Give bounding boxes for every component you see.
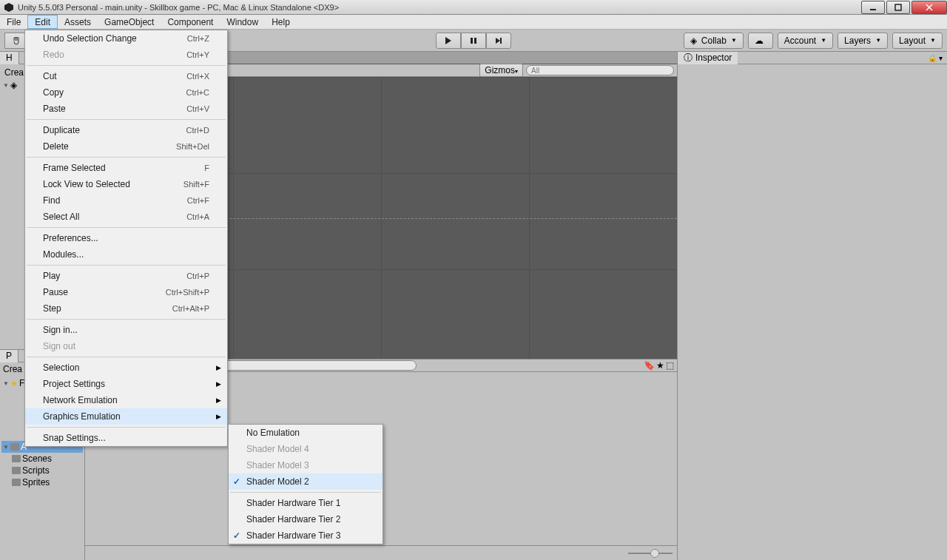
menu-window[interactable]: Window xyxy=(220,15,265,29)
edit-menu-dropdown: Undo Selection ChangeCtrl+ZRedoCtrl+YCut… xyxy=(24,30,228,447)
minimize-button[interactable] xyxy=(861,1,885,14)
window-title: Unity 5.5.0f3 Personal - main.unity - Sk… xyxy=(18,3,860,12)
graphics-emulation-submenu: No EmulationShader Model 4Shader Model 3… xyxy=(228,424,383,544)
project-footer xyxy=(85,545,677,560)
cloud-icon: ☁ xyxy=(755,36,764,46)
menu-item-sign-in-[interactable]: Sign in... xyxy=(25,322,227,338)
submenu-item-shader-hardware-tier-3[interactable]: ✓Shader Hardware Tier 3 xyxy=(229,527,382,544)
folder-icon xyxy=(10,443,19,451)
folder-sprites[interactable]: Sprites xyxy=(1,476,83,488)
menu-component[interactable]: Component xyxy=(161,15,220,29)
play-button[interactable] xyxy=(436,33,461,49)
submenu-arrow-icon: ▶ xyxy=(216,364,221,371)
layers-dropdown[interactable]: Layers▼ xyxy=(838,33,888,49)
svg-marker-0 xyxy=(4,3,13,12)
folder-scripts[interactable]: Scripts xyxy=(1,465,83,476)
menu-item-graphics-emulation[interactable]: Graphics Emulation▶ xyxy=(25,408,227,425)
submenu-arrow-icon: ▶ xyxy=(216,397,221,404)
submenu-item-shader-model-4: Shader Model 4 xyxy=(229,441,382,457)
menu-file[interactable]: File xyxy=(0,15,27,29)
check-icon: ✓ xyxy=(233,476,240,487)
menu-item-duplicate[interactable]: DuplicateCtrl+D xyxy=(25,122,227,138)
folder-icon xyxy=(12,467,21,474)
maximize-button[interactable] xyxy=(886,1,910,14)
menu-edit[interactable]: Edit xyxy=(27,15,58,29)
menu-item-cut[interactable]: CutCtrl+X xyxy=(25,68,227,84)
menu-gameobject[interactable]: GameObject xyxy=(98,15,161,29)
play-controls xyxy=(436,33,511,49)
save-search[interactable]: ⬚ xyxy=(666,360,674,371)
menu-assets[interactable]: Assets xyxy=(58,15,98,29)
submenu-item-shader-hardware-tier-2[interactable]: Shader Hardware Tier 2 xyxy=(229,511,382,527)
submenu-arrow-icon: ▶ xyxy=(216,413,221,420)
svg-marker-8 xyxy=(496,38,500,44)
menu-item-undo-selection-change[interactable]: Undo Selection ChangeCtrl+Z xyxy=(25,30,227,47)
filter-by-label[interactable]: 🔖 xyxy=(644,360,655,371)
menu-item-sign-out: Sign out xyxy=(25,338,227,354)
submenu-item-shader-model-3: Shader Model 3 xyxy=(229,457,382,473)
collab-dropdown[interactable]: ◈Collab▼ xyxy=(684,33,744,49)
account-dropdown[interactable]: Account▼ xyxy=(778,33,833,49)
tab-inspector[interactable]: ⓘInspector xyxy=(678,52,738,64)
menu-item-pause[interactable]: PauseCtrl+Shift+P xyxy=(25,284,227,300)
folder-scenes[interactable]: Scenes xyxy=(1,453,83,465)
unity-logo-icon xyxy=(3,1,15,13)
menu-item-selection[interactable]: Selection▶ xyxy=(25,360,227,376)
check-icon: ✓ xyxy=(233,530,240,541)
foldout-icon: ▼ xyxy=(3,82,9,89)
thumbnail-size-slider[interactable] xyxy=(628,553,673,554)
menu-item-frame-selected[interactable]: Frame SelectedF xyxy=(25,160,227,176)
chevron-down-icon: ▼ xyxy=(731,37,737,44)
menu-item-play[interactable]: PlayCtrl+P xyxy=(25,268,227,284)
svg-rect-2 xyxy=(895,4,901,10)
menu-item-step[interactable]: StepCtrl+Alt+P xyxy=(25,300,227,317)
pause-button[interactable] xyxy=(461,33,486,49)
menu-item-project-settings[interactable]: Project Settings▶ xyxy=(25,376,227,392)
folder-icon xyxy=(12,479,21,486)
inspector-lock[interactable]: 🔒 ▾ xyxy=(923,54,947,62)
cloud-button[interactable]: ☁ xyxy=(748,33,773,49)
svg-marker-5 xyxy=(445,37,451,44)
menu-item-paste[interactable]: PasteCtrl+V xyxy=(25,101,227,117)
menu-item-snap-settings-[interactable]: Snap Settings... xyxy=(25,430,227,446)
inspector-panel: ⓘInspector 🔒 ▾ xyxy=(677,52,947,560)
submenu-arrow-icon: ▶ xyxy=(216,380,221,388)
menu-item-find[interactable]: FindCtrl+F xyxy=(25,192,227,209)
menu-item-delete[interactable]: DeleteShift+Del xyxy=(25,138,227,155)
layout-dropdown[interactable]: Layout▼ xyxy=(892,33,943,49)
svg-rect-9 xyxy=(500,38,502,44)
menu-help[interactable]: Help xyxy=(265,15,297,29)
step-button[interactable] xyxy=(486,33,511,49)
menu-item-lock-view-to-selected[interactable]: Lock View to SelectedShift+F xyxy=(25,176,227,192)
foldout-icon: ▼ xyxy=(3,444,9,451)
unity-icon: ◈ xyxy=(10,80,17,90)
menu-item-redo: RedoCtrl+Y xyxy=(25,47,227,63)
menu-item-network-emulation[interactable]: Network Emulation▶ xyxy=(25,392,227,408)
collab-icon: ◈ xyxy=(690,36,697,46)
menubar: File Edit Assets GameObject Component Wi… xyxy=(0,15,947,30)
window-titlebar: Unity 5.5.0f3 Personal - main.unity - Sk… xyxy=(0,0,947,15)
folder-icon xyxy=(12,455,21,462)
svg-rect-6 xyxy=(471,38,473,44)
menu-item-select-all[interactable]: Select AllCtrl+A xyxy=(25,209,227,225)
menu-item-copy[interactable]: CopyCtrl+C xyxy=(25,84,227,101)
scene-search[interactable] xyxy=(526,65,674,75)
submenu-item-no-emulation[interactable]: No Emulation xyxy=(229,425,382,441)
menu-item-preferences-[interactable]: Preferences... xyxy=(25,230,227,246)
filter-by-type[interactable]: ★ xyxy=(656,360,664,371)
star-icon: ★ xyxy=(10,379,18,388)
chevron-down-icon: ▼ xyxy=(930,37,936,44)
svg-rect-7 xyxy=(474,38,476,44)
submenu-item-shader-model-2[interactable]: ✓Shader Model 2 xyxy=(229,473,382,490)
chevron-down-icon: ▼ xyxy=(820,37,826,44)
inspector-icon: ⓘ xyxy=(684,52,692,64)
gizmos-dropdown[interactable]: Gizmos▾ xyxy=(479,64,523,77)
project-search[interactable] xyxy=(202,360,417,371)
menu-item-modules-[interactable]: Modules... xyxy=(25,246,227,263)
foldout-icon: ▼ xyxy=(3,380,9,387)
close-button[interactable] xyxy=(911,1,947,14)
submenu-item-shader-hardware-tier-1[interactable]: Shader Hardware Tier 1 xyxy=(229,495,382,511)
chevron-down-icon: ▼ xyxy=(875,37,881,44)
